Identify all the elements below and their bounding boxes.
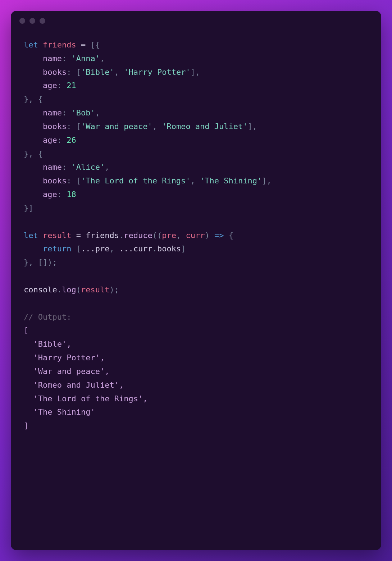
console: console bbox=[24, 285, 57, 294]
string-anna: 'Anna' bbox=[71, 54, 100, 63]
output-bible: 'Bible', bbox=[33, 339, 72, 348]
string-harry: 'Harry Potter' bbox=[124, 68, 190, 77]
prop-age: age bbox=[43, 81, 57, 90]
arrow-fn: => bbox=[210, 231, 229, 240]
string-war: 'War and peace' bbox=[81, 122, 152, 131]
string-alice: 'Alice' bbox=[71, 163, 105, 172]
param-pre: pre bbox=[162, 231, 176, 240]
fn-reduce: reduce bbox=[124, 231, 152, 240]
keyword-let: let bbox=[24, 40, 38, 49]
output-lotr: 'The Lord of the Rings', bbox=[33, 394, 148, 403]
string-bob: 'Bob' bbox=[71, 108, 95, 117]
string-shining: 'The Shining' bbox=[200, 176, 262, 185]
prop-name: name bbox=[43, 54, 62, 63]
keyword-return: return bbox=[43, 244, 71, 253]
comment-output: // Output: bbox=[24, 313, 71, 321]
number-26: 26 bbox=[67, 136, 76, 145]
window-close-icon[interactable] bbox=[19, 18, 25, 24]
output-shining: 'The Shining' bbox=[33, 407, 95, 416]
param-curr: curr bbox=[186, 231, 205, 240]
number-18: 18 bbox=[67, 190, 76, 199]
window-controls bbox=[11, 11, 381, 27]
window-minimize-icon[interactable] bbox=[29, 18, 35, 24]
string-lotr: 'The Lord of the Rings' bbox=[81, 176, 191, 185]
var-friends: friends bbox=[43, 40, 76, 49]
var-result: result bbox=[43, 231, 71, 240]
code-content: let friends = [{ name: 'Anna', books: ['… bbox=[11, 27, 381, 443]
code-window: let friends = [{ name: 'Anna', books: ['… bbox=[11, 11, 381, 550]
code-block: let friends = [{ name: 'Anna', books: ['… bbox=[24, 38, 368, 433]
number-21: 21 bbox=[67, 81, 76, 90]
output-war: 'War and peace', bbox=[33, 367, 110, 376]
output-harry: 'Harry Potter', bbox=[33, 353, 105, 362]
string-romeo: 'Romeo and Juliet' bbox=[162, 122, 247, 131]
window-maximize-icon[interactable] bbox=[40, 18, 45, 24]
fn-log: log bbox=[62, 285, 76, 294]
prop-books: books bbox=[43, 68, 67, 77]
output-romeo: 'Romeo and Juliet', bbox=[33, 380, 124, 389]
string-bible: 'Bible' bbox=[81, 68, 114, 77]
